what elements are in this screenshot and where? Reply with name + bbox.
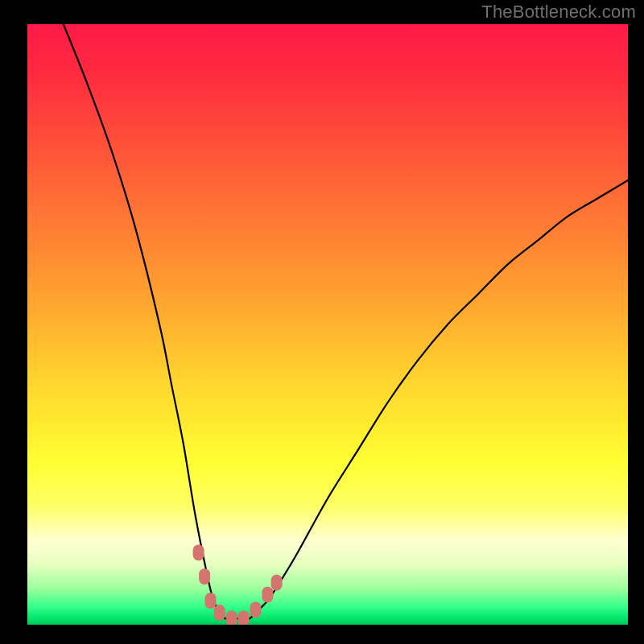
plot-area: [27, 24, 628, 625]
watermark-text: TheBottleneck.com: [481, 2, 636, 23]
curve-marker: [199, 568, 210, 584]
curve-marker: [271, 575, 283, 591]
curve-marker: [238, 611, 250, 625]
curve-marker: [205, 592, 217, 609]
curve-marker: [226, 611, 237, 625]
curve-marker: [262, 587, 273, 603]
curve-markers: [193, 545, 283, 625]
curve-marker: [193, 545, 204, 561]
curve-marker: [214, 605, 225, 621]
curve-marker: [250, 601, 262, 617]
bottleneck-curve-path: [64, 24, 628, 619]
bottleneck-curve-svg: [27, 24, 628, 625]
chart-frame: TheBottleneck.com: [0, 0, 644, 644]
